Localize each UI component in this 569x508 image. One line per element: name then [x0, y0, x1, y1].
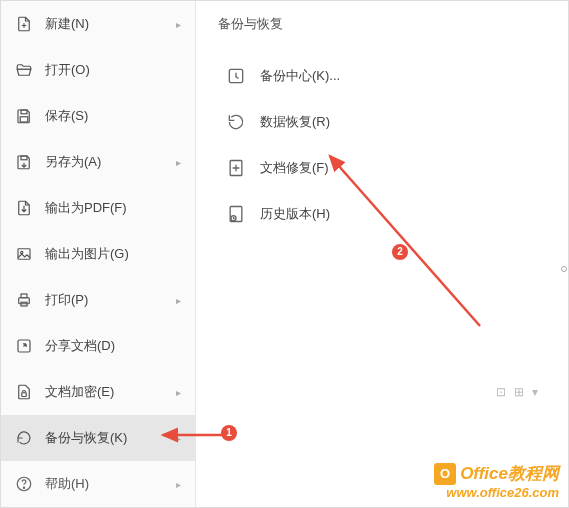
backup-center-icon	[226, 66, 246, 86]
menu-print[interactable]: 打印(P) ▸	[1, 277, 195, 323]
sub-label: 历史版本(H)	[260, 205, 538, 223]
content-panel: 备份与恢复 备份中心(K)... 数据恢复(R) 文档修复(F) 历史版本(H)	[196, 1, 568, 507]
footer-icon: ▾	[532, 385, 538, 399]
sub-label: 数据恢复(R)	[260, 113, 538, 131]
chevron-right-icon: ▸	[176, 19, 181, 30]
menu-encrypt[interactable]: 文档加密(E) ▸	[1, 369, 195, 415]
sub-backup-center[interactable]: 备份中心(K)...	[216, 53, 548, 99]
annotation-badge-2: 2	[392, 244, 408, 260]
menu-label: 备份与恢复(K)	[45, 429, 176, 447]
menu-export-image[interactable]: 输出为图片(G)	[1, 231, 195, 277]
chevron-right-icon: ▸	[176, 479, 181, 490]
svg-rect-9	[22, 393, 27, 397]
folder-open-icon	[15, 61, 33, 79]
save-as-icon	[15, 153, 33, 171]
menu-label: 新建(N)	[45, 15, 176, 33]
resize-handle[interactable]	[560, 261, 568, 277]
chevron-right-icon: ▸	[176, 157, 181, 168]
help-icon	[15, 475, 33, 493]
menu-label: 文档加密(E)	[45, 383, 176, 401]
sub-data-recovery[interactable]: 数据恢复(R)	[216, 99, 548, 145]
menu-new[interactable]: 新建(N) ▸	[1, 1, 195, 47]
svg-rect-0	[21, 110, 27, 114]
history-icon	[226, 204, 246, 224]
footer-icon: ⊡	[496, 385, 506, 399]
print-icon	[15, 291, 33, 309]
content-title: 备份与恢复	[216, 15, 548, 33]
svg-rect-5	[19, 298, 30, 304]
lock-file-icon	[15, 383, 33, 401]
chevron-right-icon: ▸	[176, 295, 181, 306]
menu-label: 打开(O)	[45, 61, 181, 79]
menu-label: 保存(S)	[45, 107, 181, 125]
annotation-badge-1: 1	[221, 425, 237, 441]
new-file-icon	[15, 15, 33, 33]
svg-rect-2	[21, 156, 27, 160]
doc-repair-icon	[226, 158, 246, 178]
menu-label: 另存为(A)	[45, 153, 176, 171]
menu-label: 打印(P)	[45, 291, 176, 309]
menu-save-as[interactable]: 另存为(A) ▸	[1, 139, 195, 185]
backup-restore-icon	[15, 429, 33, 447]
sub-label: 文档修复(F)	[260, 159, 538, 177]
export-image-icon	[15, 245, 33, 263]
chevron-right-icon: ▸	[176, 433, 181, 444]
chevron-right-icon: ▸	[176, 387, 181, 398]
footer-icon: ⊞	[514, 385, 524, 399]
svg-rect-1	[20, 117, 28, 122]
sub-label: 备份中心(K)...	[260, 67, 538, 85]
save-icon	[15, 107, 33, 125]
menu-label: 输出为PDF(F)	[45, 199, 181, 217]
menu-backup-restore[interactable]: 备份与恢复(K) ▸	[1, 415, 195, 461]
menu-save[interactable]: 保存(S)	[1, 93, 195, 139]
menu-open[interactable]: 打开(O)	[1, 47, 195, 93]
sub-doc-repair[interactable]: 文档修复(F)	[216, 145, 548, 191]
svg-point-11	[23, 487, 24, 488]
share-icon	[15, 337, 33, 355]
menu-share[interactable]: 分享文档(D)	[1, 323, 195, 369]
menu-export-pdf[interactable]: 输出为PDF(F)	[1, 185, 195, 231]
svg-rect-3	[18, 249, 30, 260]
menu-label: 分享文档(D)	[45, 337, 181, 355]
menu-label: 帮助(H)	[45, 475, 176, 493]
export-pdf-icon	[15, 199, 33, 217]
menu-help[interactable]: 帮助(H) ▸	[1, 461, 195, 507]
svg-rect-6	[21, 294, 27, 298]
sidebar: 新建(N) ▸ 打开(O) 保存(S) 另存为(A) ▸	[1, 1, 196, 507]
data-recovery-icon	[226, 112, 246, 132]
menu-label: 输出为图片(G)	[45, 245, 181, 263]
sub-history-versions[interactable]: 历史版本(H)	[216, 191, 548, 237]
footer-icons: ⊡ ⊞ ▾	[496, 385, 538, 399]
